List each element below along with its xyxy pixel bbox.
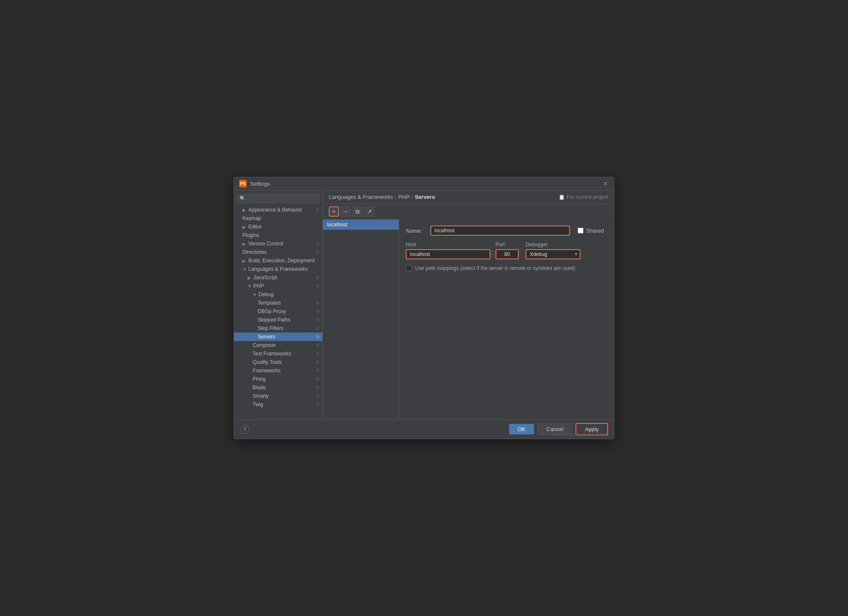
remove-server-button[interactable]: − [341, 206, 351, 217]
port-label: Port [496, 242, 519, 248]
port-group: Port [496, 242, 519, 259]
add-server-button[interactable]: + [329, 206, 339, 217]
settings-dialog: PS Settings ✕ ▶Appearance & Behavior ⧉ K… [234, 177, 614, 439]
sidebar-item-build-execution[interactable]: ▶Build, Execution, Deployment [234, 256, 322, 265]
breadcrumb-arrow2: › [411, 194, 413, 200]
help-button[interactable]: ? [240, 425, 249, 434]
copy-icon-step: ⧉ [316, 326, 319, 331]
breadcrumb-arrow1: › [395, 194, 396, 200]
copy-icon-phing: ⧉ [316, 377, 319, 382]
sidebar-item-plugins[interactable]: Plugins [234, 231, 322, 239]
apply-button[interactable]: Apply [575, 423, 608, 435]
copy-icon-php: ⧉ [316, 283, 319, 289]
copy-icon-dir: ⧉ [316, 250, 319, 255]
sidebar-item-composer[interactable]: Composer ⧉ [234, 341, 322, 349]
path-mappings-label: Use path mappings (select if the server … [415, 265, 575, 271]
copy-icon-comp: ⧉ [316, 343, 319, 348]
sidebar-item-test-frameworks[interactable]: Test Frameworks ⧉ [234, 349, 322, 358]
breadcrumb: Languages & Frameworks › PHP › Servers [329, 194, 435, 200]
shared-label: Shared [586, 228, 607, 234]
sidebar-item-quality-tools[interactable]: Quality Tools ⧉ [234, 358, 322, 366]
sidebar-item-appearance-behavior[interactable]: ▶Appearance & Behavior ⧉ [234, 206, 322, 214]
copy-server-button[interactable]: ⧉ [352, 206, 363, 217]
copy-icon-blade: ⧉ [316, 385, 319, 390]
colon-separator: : [490, 249, 496, 258]
debugger-group: Debugger Xdebug Zend Debugger [526, 242, 581, 259]
search-input[interactable] [237, 194, 320, 203]
copy-icon-twig: ⧉ [316, 402, 319, 407]
server-detail: Name: Shared Host : [399, 220, 614, 419]
titlebar-left: PS Settings [239, 180, 270, 187]
sidebar-item-php[interactable]: ▼PHP ⧉ [234, 282, 322, 290]
copy-icon: ⧉ [316, 207, 319, 212]
copy-icon-dbgp: ⧉ [316, 309, 319, 314]
sidebar-item-twig[interactable]: Twig ⧉ [234, 400, 322, 409]
debugger-select[interactable]: Xdebug Zend Debugger [526, 249, 581, 259]
shared-row: Shared [578, 228, 607, 234]
close-button[interactable]: ✕ [602, 180, 609, 187]
copy-icon-servers: ⧉ [316, 334, 319, 339]
fields-row: Host : Port Debugger Xdebug [406, 242, 607, 259]
sidebar-item-servers[interactable]: Servers ⧉ [234, 333, 322, 341]
sidebar-item-debug[interactable]: ▼Debug [234, 290, 322, 299]
sidebar-item-blade[interactable]: Blade ⧉ [234, 383, 322, 392]
sidebar-item-languages-frameworks[interactable]: ▼Languages & Frameworks [234, 265, 322, 273]
dialog-content: ▶Appearance & Behavior ⧉ Keymap ▶Editor … [234, 190, 614, 419]
host-label: Host [406, 242, 490, 248]
shared-checkbox[interactable] [578, 228, 584, 234]
titlebar: PS Settings ✕ [234, 177, 614, 190]
sidebar-item-frameworks[interactable]: Frameworks ⧉ [234, 366, 322, 375]
server-item-localhost[interactable]: localhost [323, 220, 399, 230]
ok-button[interactable]: OK [509, 424, 534, 434]
dialog-footer: ? OK Cancel Apply [234, 419, 614, 439]
sidebar-item-version-control[interactable]: ▶Version Control ⧉ [234, 239, 322, 248]
footer-buttons: OK Cancel Apply [509, 423, 608, 435]
sidebar-item-step-filters[interactable]: Step Filters ⧉ [234, 324, 322, 333]
debugger-wrapper: Xdebug Zend Debugger [526, 249, 581, 259]
for-current-project: 📋 For current project [559, 194, 608, 200]
name-row: Name: Shared [406, 226, 607, 236]
copy-icon-fw: ⧉ [316, 368, 319, 373]
sidebar-item-keymap[interactable]: Keymap [234, 214, 322, 223]
sidebar-item-editor[interactable]: ▶Editor [234, 223, 322, 231]
name-label: Name: [406, 228, 427, 234]
copy-icon-test: ⧉ [316, 351, 319, 356]
copy-icon-js: ⧉ [316, 275, 319, 280]
sidebar: ▶Appearance & Behavior ⧉ Keymap ▶Editor … [234, 190, 323, 419]
panel-toolbar: + − ⧉ ↗ [323, 204, 614, 220]
sidebar-item-skipped-paths[interactable]: Skipped Paths ⧉ [234, 316, 322, 324]
name-input[interactable] [430, 226, 570, 236]
cancel-button[interactable]: Cancel [537, 424, 572, 435]
main-panel: Languages & Frameworks › PHP › Servers 📋… [323, 190, 614, 419]
copy-icon-smarty: ⧉ [316, 393, 319, 399]
sidebar-item-dbgp-proxy[interactable]: DBGp Proxy ⧉ [234, 307, 322, 316]
move-server-button[interactable]: ↗ [364, 206, 374, 217]
sidebar-item-javascript[interactable]: ▶JavaScript ⧉ [234, 273, 322, 282]
copy-icon-tmpl: ⧉ [316, 300, 319, 305]
search-box [237, 194, 320, 203]
dialog-title: Settings [250, 181, 270, 187]
debugger-label: Debugger [526, 242, 581, 248]
port-input[interactable] [496, 249, 519, 259]
path-mappings-row: Use path mappings (select if the server … [406, 265, 607, 271]
sidebar-item-templates[interactable]: Templates ⧉ [234, 299, 322, 307]
copy-icon-skip: ⧉ [316, 317, 319, 322]
panel-split: localhost Name: Shared [323, 220, 614, 419]
copy-icon-vc: ⧉ [316, 241, 319, 246]
host-input[interactable] [406, 249, 490, 259]
sidebar-item-directories[interactable]: Directories ⧉ [234, 248, 322, 256]
copy-icon-quality: ⧉ [316, 360, 319, 365]
sidebar-item-phing[interactable]: Phing ⧉ [234, 375, 322, 383]
panel-header: Languages & Frameworks › PHP › Servers 📋… [323, 190, 614, 204]
path-mappings-checkbox[interactable] [406, 265, 412, 271]
sidebar-item-smarty[interactable]: Smarty ⧉ [234, 392, 322, 400]
app-icon: PS [239, 180, 247, 187]
host-group: Host [406, 242, 490, 259]
server-list: localhost [323, 220, 399, 419]
